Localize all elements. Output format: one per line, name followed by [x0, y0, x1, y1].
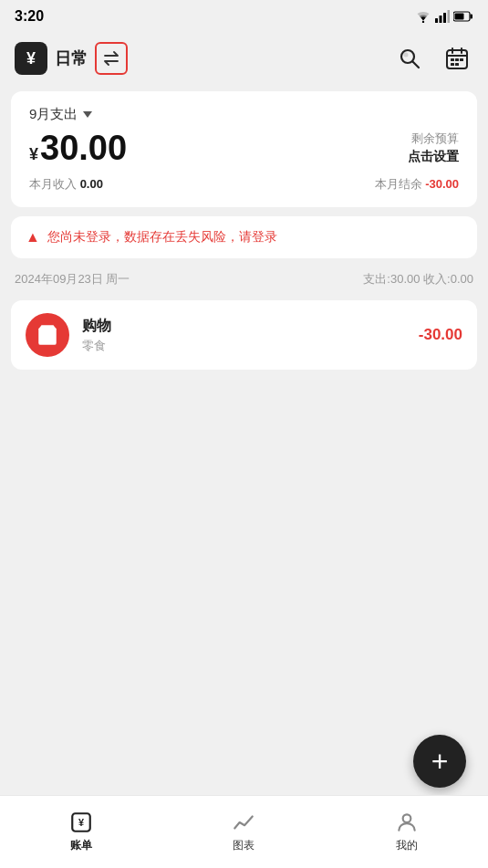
income-value: 0.00 — [80, 177, 103, 191]
calendar-button[interactable] — [441, 42, 473, 75]
svg-rect-2 — [440, 16, 442, 23]
amount-value: 30.00 — [40, 131, 127, 165]
person-icon — [395, 810, 419, 834]
header-right — [393, 42, 473, 75]
transaction-info: 购物 零食 — [82, 317, 406, 354]
svg-point-0 — [422, 21, 424, 23]
svg-rect-4 — [448, 10, 451, 23]
svg-rect-6 — [455, 14, 464, 20]
budget-set-action[interactable]: 点击设置 — [408, 149, 459, 165]
nav-mine[interactable]: 我的 — [377, 803, 437, 861]
svg-rect-15 — [451, 58, 454, 61]
month-label: 9月支出 — [29, 106, 78, 123]
bills-icon: ¥ — [69, 810, 93, 834]
svg-rect-17 — [460, 58, 463, 61]
svg-rect-7 — [471, 15, 473, 19]
svg-line-9 — [413, 62, 420, 68]
wifi-icon — [415, 10, 431, 23]
app-logo: ¥ — [15, 42, 47, 75]
warning-icon: ▲ — [26, 229, 40, 246]
switch-icon — [102, 51, 120, 66]
transaction-amount: -30.00 — [419, 326, 462, 344]
svg-rect-16 — [455, 58, 459, 61]
svg-rect-1 — [435, 18, 438, 23]
summary-month-row[interactable]: 9月支出 — [29, 106, 459, 123]
add-button[interactable]: + — [413, 735, 466, 788]
summary-budget: 剩余预算 点击设置 — [408, 131, 459, 165]
transaction-name: 购物 — [82, 317, 406, 336]
svg-rect-3 — [443, 13, 446, 23]
shopping-bag-icon — [36, 323, 59, 347]
svg-point-23 — [402, 814, 410, 822]
plus-icon: + — [431, 747, 449, 776]
svg-point-10 — [404, 53, 409, 58]
transaction-icon — [26, 313, 69, 357]
balance-stat: 本月结余 -30.00 — [375, 176, 460, 193]
calendar-icon — [445, 47, 469, 70]
transaction-sub: 零食 — [82, 338, 406, 354]
date-label: 2024年09月23日 周一 — [15, 271, 130, 288]
status-bar: 3:20 — [0, 0, 488, 33]
nav-bills[interactable]: ¥ 账单 — [51, 803, 111, 861]
battery-icon — [453, 11, 473, 22]
budget-label: 剩余预算 — [411, 131, 459, 147]
status-icons — [415, 10, 473, 23]
warning-text: 您尚未登录，数据存在丢失风险，请登录 — [47, 229, 277, 246]
income-stat: 本月收入 0.00 — [29, 176, 103, 193]
balance-value: -30.00 — [425, 177, 459, 191]
chevron-down-icon — [83, 111, 92, 118]
switch-button[interactable] — [95, 42, 128, 75]
nav-mine-label: 我的 — [396, 838, 418, 853]
summary-card: 9月支出 ¥ 30.00 剩余预算 点击设置 本月收入 0.00 本月结余 -3… — [11, 91, 477, 207]
date-section: 2024年09月23日 周一 支出:30.00 收入:0.00 — [11, 267, 477, 291]
status-time: 3:20 — [15, 8, 44, 25]
nav-chart[interactable]: 图表 — [213, 803, 274, 861]
main-content: 9月支出 ¥ 30.00 剩余预算 点击设置 本月收入 0.00 本月结余 -3… — [0, 84, 488, 377]
date-stats: 支出:30.00 收入:0.00 — [363, 271, 473, 288]
header-left: ¥ 日常 — [15, 42, 128, 75]
signal-icon — [435, 10, 450, 23]
header-title: 日常 — [55, 47, 88, 69]
warning-banner[interactable]: ▲ 您尚未登录，数据存在丢失风险，请登录 — [11, 216, 477, 258]
search-icon — [398, 47, 421, 70]
chart-icon — [232, 810, 255, 834]
header: ¥ 日常 — [0, 33, 488, 84]
search-button[interactable] — [393, 42, 426, 75]
transaction-card[interactable]: 购物 零食 -30.00 — [11, 300, 477, 370]
svg-text:¥: ¥ — [78, 817, 84, 828]
summary-stats-row: 本月收入 0.00 本月结余 -30.00 — [29, 176, 459, 193]
svg-rect-19 — [455, 63, 459, 66]
nav-chart-label: 图表 — [233, 838, 254, 853]
summary-amount-row: ¥ 30.00 剩余预算 点击设置 — [29, 131, 459, 165]
svg-rect-18 — [451, 63, 454, 66]
nav-bills-label: 账单 — [70, 838, 92, 853]
currency-symbol: ¥ — [29, 145, 38, 164]
bottom-nav: ¥ 账单 图表 我的 — [0, 795, 488, 868]
summary-amount: ¥ 30.00 — [29, 131, 127, 165]
